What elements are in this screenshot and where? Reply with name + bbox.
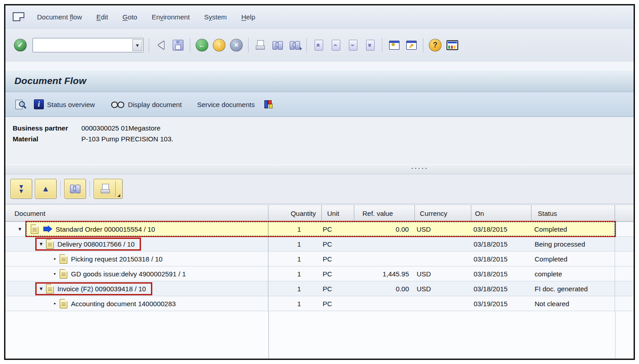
- toolbar-gap: [5, 62, 634, 70]
- back-triangle-icon: [158, 41, 164, 49]
- command-input[interactable]: [34, 39, 131, 51]
- cancel-button[interactable]: ×: [229, 37, 244, 53]
- table-row[interactable]: ▼Invoice (F2) 0090039418 / 101PC0.00USD0…: [5, 281, 634, 296]
- document-label[interactable]: Standard Order 0000015554 / 10: [56, 225, 155, 233]
- document-cell[interactable]: •GD goods issue:delvy 4900002591 / 1: [26, 266, 268, 281]
- table-row[interactable]: •Accounting document 14000002831PC03/19/…: [5, 296, 634, 311]
- document-page-icon: [60, 254, 67, 264]
- back-button[interactable]: ←: [194, 37, 210, 53]
- document-label[interactable]: GD goods issue:delvy 4900002591 / 1: [71, 270, 186, 278]
- overview-button[interactable]: [11, 97, 30, 112]
- document-label[interactable]: Delivery 0080017566 / 10: [57, 240, 135, 248]
- column-header-on[interactable]: On: [471, 205, 531, 221]
- tree-gutter[interactable]: [5, 266, 26, 281]
- find-button[interactable]: [270, 37, 285, 53]
- table-row[interactable]: •Picking request 20150318 / 101PC03/18/2…: [5, 252, 634, 266]
- create-shortcut-button[interactable]: [404, 37, 419, 53]
- status-cell: Not cleared: [531, 296, 615, 311]
- menu-item-document-flow[interactable]: Document flow: [31, 10, 88, 23]
- back-triangle-button[interactable]: [153, 37, 169, 53]
- tree-gutter[interactable]: [5, 252, 26, 266]
- tree-gutter[interactable]: ▼: [5, 222, 26, 236]
- document-page-icon: [60, 269, 67, 279]
- date-cell: 03/18/2015: [471, 237, 531, 251]
- standard-toolbar: ✓ ▼ ← ↑ × + ?: [5, 28, 634, 62]
- column-header-status[interactable]: Status: [531, 205, 615, 221]
- document-cell[interactable]: •Picking request 20150318 / 10: [26, 252, 268, 266]
- find-binoculars-icon: [272, 41, 283, 50]
- date-cell: 03/18/2015: [471, 222, 531, 236]
- service-documents-button[interactable]: Service documents: [193, 98, 259, 111]
- material-label: Material: [13, 134, 81, 145]
- menu-bar: Document flowEditGotoEnvironmentSystemHe…: [5, 5, 634, 28]
- document-label[interactable]: Invoice (F2) 0090039418 / 10: [57, 285, 146, 293]
- menu-item-environment[interactable]: Environment: [146, 10, 196, 23]
- print-button[interactable]: [253, 37, 268, 53]
- document-cell[interactable]: ▼Delivery 0080017566 / 10: [26, 237, 268, 251]
- tree-gutter[interactable]: [5, 281, 26, 296]
- document-cell[interactable]: •Accounting document 1400000283: [26, 296, 268, 311]
- status-cell: Completed: [531, 222, 615, 236]
- business-partner-value: 0000300025 01Megastore: [81, 123, 160, 134]
- quantity-cell: 1: [268, 237, 322, 251]
- command-dropdown-icon[interactable]: ▼: [132, 39, 142, 51]
- table-row[interactable]: •GD goods issue:delvy 4900002591 / 11PC1…: [5, 266, 634, 281]
- currency-cell: USD: [415, 266, 471, 281]
- column-header-document[interactable]: Document: [5, 205, 268, 221]
- ref-value-cell: 0.00: [354, 222, 415, 236]
- column-header-quantity[interactable]: Quantity: [268, 205, 322, 221]
- annotation-red-box: ▼Invoice (F2) 0090039418 / 10: [35, 282, 152, 295]
- save-button[interactable]: [170, 37, 186, 53]
- menu-item-system[interactable]: System: [198, 10, 233, 23]
- tree-print-icon: [101, 184, 110, 194]
- expander-icon[interactable]: ▼: [16, 226, 23, 232]
- tree-gutter[interactable]: [5, 237, 26, 251]
- table-row[interactable]: ▼Delivery 0080017566 / 101PC03/18/2015Be…: [5, 237, 634, 252]
- first-page-button[interactable]: [311, 37, 326, 53]
- table-row[interactable]: ▼Standard Order 0000015554 / 101PC0.00US…: [5, 222, 634, 237]
- next-page-button[interactable]: [345, 37, 361, 53]
- previous-page-icon: [332, 40, 340, 51]
- command-field[interactable]: ▼: [33, 38, 144, 52]
- material-row: Material P-103 Pump PRECISION 103.: [13, 134, 634, 145]
- previous-page-button[interactable]: [328, 37, 343, 53]
- column-header-currency[interactable]: Currency: [415, 205, 471, 221]
- column-header-unit[interactable]: Unit: [322, 205, 354, 221]
- unit-cell: PC: [322, 296, 354, 311]
- expander-icon[interactable]: ▼: [38, 286, 45, 291]
- customize-layout-button[interactable]: [445, 37, 460, 53]
- tree-print-button[interactable]: [94, 179, 122, 199]
- new-session-icon: [389, 41, 399, 50]
- exit-button[interactable]: ↑: [211, 37, 227, 53]
- quantity-cell: 1: [268, 296, 322, 311]
- last-page-button[interactable]: [362, 37, 378, 53]
- currency-cell: USD: [415, 222, 471, 236]
- tree-find-button[interactable]: [64, 179, 86, 199]
- splitter-handle[interactable]: ·····: [411, 165, 428, 172]
- splitter-bar[interactable]: ·····: [5, 164, 634, 174]
- document-cell[interactable]: ▼Invoice (F2) 0090039418 / 10: [26, 281, 268, 296]
- save-floppy-icon: [173, 40, 183, 51]
- new-session-button[interactable]: [386, 37, 402, 53]
- page-title: Document Flow: [14, 75, 86, 86]
- menu-item-goto[interactable]: Goto: [116, 10, 144, 23]
- find-next-button[interactable]: +: [287, 37, 302, 53]
- document-cell[interactable]: Standard Order 0000015554 / 10: [27, 222, 268, 236]
- display-document-button[interactable]: Display document: [106, 98, 186, 111]
- document-label[interactable]: Accounting document 1400000283: [71, 300, 176, 308]
- service-graphic-button[interactable]: [259, 97, 277, 112]
- collapse-all-button[interactable]: ▲: [35, 179, 56, 199]
- menu-item-edit[interactable]: Edit: [90, 10, 114, 23]
- help-button[interactable]: ?: [428, 37, 443, 53]
- system-menu-icon[interactable]: [13, 12, 24, 21]
- tree-gutter[interactable]: [5, 296, 26, 311]
- material-value: P-103 Pump PRECISION 103.: [81, 134, 173, 145]
- expander-icon[interactable]: ▼: [38, 241, 45, 247]
- print-dropdown-icon[interactable]: [117, 194, 120, 197]
- expand-all-button[interactable]: ▼▼: [10, 179, 32, 199]
- document-label[interactable]: Picking request 20150318 / 10: [71, 255, 163, 263]
- status-overview-button[interactable]: i Status overview: [30, 97, 99, 112]
- menu-item-help[interactable]: Help: [235, 10, 262, 23]
- enter-button[interactable]: ✓: [13, 37, 28, 53]
- column-header-ref-value[interactable]: Ref. value: [354, 205, 415, 221]
